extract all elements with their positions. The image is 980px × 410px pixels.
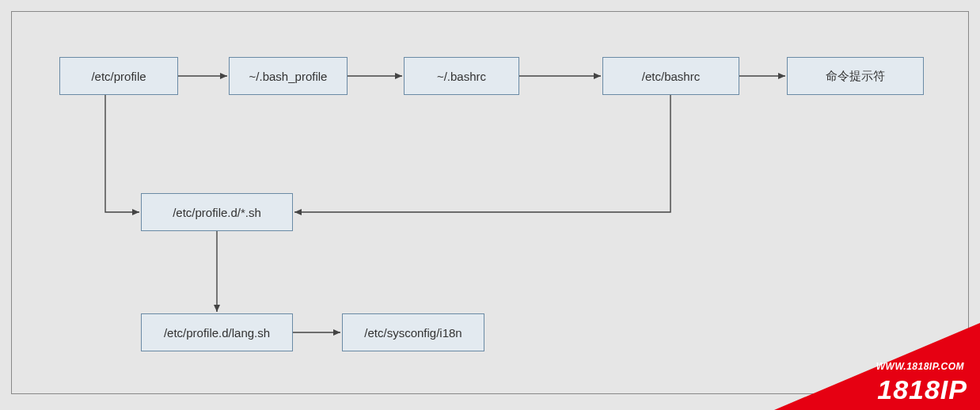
node-etc-profile: /etc/profile: [59, 57, 178, 95]
watermark-brand: 1818IP: [877, 374, 967, 405]
node-profile-d-sh: /etc/profile.d/*.sh: [141, 193, 293, 231]
node-bash-profile: ~/.bash_profile: [229, 57, 348, 95]
node-prompt: 命令提示符: [787, 57, 924, 95]
node-sysconfig-i18n: /etc/sysconfig/i18n: [342, 313, 484, 351]
node-etc-bashrc: /etc/bashrc: [602, 57, 739, 95]
node-bashrc-home: ~/.bashrc: [404, 57, 519, 95]
node-profile-d-lang: /etc/profile.d/lang.sh: [141, 313, 293, 351]
watermark-url: WWW.1818IP.COM: [876, 361, 964, 372]
